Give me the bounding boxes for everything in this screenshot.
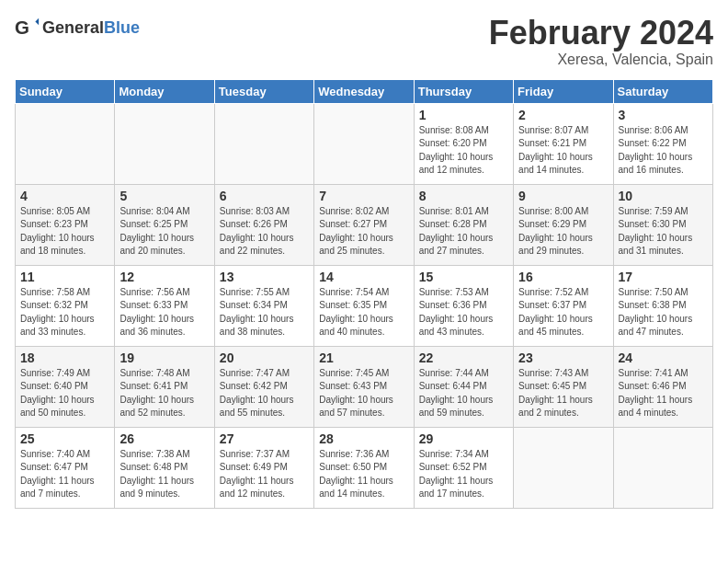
day-info: Sunrise: 7:36 AMSunset: 6:50 PMDaylight:… <box>319 448 408 501</box>
day-number: 5 <box>119 189 209 203</box>
day-info: Sunrise: 7:43 AMSunset: 6:45 PMDaylight:… <box>518 367 608 420</box>
day-info: Sunrise: 8:07 AMSunset: 6:21 PMDaylight:… <box>518 124 608 178</box>
calendar-cell-w2-d1: 4Sunrise: 8:05 AMSunset: 6:23 PMDaylight… <box>16 184 115 265</box>
day-number: 26 <box>119 431 209 446</box>
day-number: 14 <box>319 270 408 284</box>
calendar-cell-w4-d6: 23Sunrise: 7:43 AMSunset: 6:45 PMDayligh… <box>514 346 613 427</box>
day-info: Sunrise: 8:08 AMSunset: 6:20 PMDaylight:… <box>419 124 508 178</box>
day-info: Sunrise: 8:06 AMSunset: 6:22 PMDaylight:… <box>619 124 708 178</box>
day-number: 1 <box>419 108 508 122</box>
calendar-cell-w3-d5: 15Sunrise: 7:53 AMSunset: 6:36 PMDayligh… <box>414 265 513 346</box>
calendar-week-4: 18Sunrise: 7:49 AMSunset: 6:40 PMDayligh… <box>16 346 713 427</box>
day-info: Sunrise: 7:47 AMSunset: 6:42 PMDaylight:… <box>220 367 309 420</box>
day-number: 16 <box>518 270 608 284</box>
header-saturday: Saturday <box>613 79 712 103</box>
day-number: 2 <box>518 108 608 122</box>
calendar-cell-w2-d4: 7Sunrise: 8:02 AMSunset: 6:27 PMDaylight… <box>314 184 414 265</box>
day-number: 3 <box>619 108 708 122</box>
header: G GeneralBlue February 2024 Xeresa, Vale… <box>15 15 713 68</box>
day-info: Sunrise: 7:49 AMSunset: 6:40 PMDaylight:… <box>20 367 109 420</box>
day-number: 22 <box>419 350 508 365</box>
calendar-cell-w2-d2: 5Sunrise: 8:04 AMSunset: 6:25 PMDaylight… <box>115 184 214 265</box>
header-wednesday: Wednesday <box>314 79 414 103</box>
day-number: 21 <box>319 350 408 365</box>
calendar-cell-w2-d6: 9Sunrise: 8:00 AMSunset: 6:29 PMDaylight… <box>514 184 613 265</box>
calendar-week-3: 11Sunrise: 7:58 AMSunset: 6:32 PMDayligh… <box>16 265 713 346</box>
calendar-cell-w1-d1 <box>16 103 115 184</box>
calendar-cell-w3-d1: 11Sunrise: 7:58 AMSunset: 6:32 PMDayligh… <box>16 265 115 346</box>
calendar-cell-w1-d4 <box>314 103 414 184</box>
header-monday: Monday <box>115 79 214 103</box>
calendar-subtitle: Xeresa, Valencia, Spain <box>489 52 713 68</box>
calendar-cell-w3-d2: 12Sunrise: 7:56 AMSunset: 6:33 PMDayligh… <box>115 265 214 346</box>
calendar-cell-w5-d5: 29Sunrise: 7:34 AMSunset: 6:52 PMDayligh… <box>414 427 513 508</box>
calendar-cell-w1-d7: 3Sunrise: 8:06 AMSunset: 6:22 PMDaylight… <box>613 103 712 184</box>
calendar-cell-w4-d7: 24Sunrise: 7:41 AMSunset: 6:46 PMDayligh… <box>613 346 712 427</box>
calendar-cell-w1-d5: 1Sunrise: 8:08 AMSunset: 6:20 PMDaylight… <box>414 103 513 184</box>
calendar-cell-w1-d6: 2Sunrise: 8:07 AMSunset: 6:21 PMDaylight… <box>514 103 613 184</box>
calendar-cell-w1-d3 <box>214 103 313 184</box>
day-info: Sunrise: 7:56 AMSunset: 6:33 PMDaylight:… <box>119 286 209 339</box>
day-info: Sunrise: 7:44 AMSunset: 6:44 PMDaylight:… <box>419 367 508 420</box>
day-info: Sunrise: 7:55 AMSunset: 6:34 PMDaylight:… <box>220 286 309 339</box>
day-info: Sunrise: 7:50 AMSunset: 6:38 PMDaylight:… <box>619 286 708 339</box>
day-number: 29 <box>419 431 508 446</box>
calendar-cell-w1-d2 <box>115 103 214 184</box>
calendar-cell-w5-d2: 26Sunrise: 7:38 AMSunset: 6:48 PMDayligh… <box>115 427 214 508</box>
day-number: 13 <box>220 270 309 284</box>
logo-blue: Blue <box>104 18 140 37</box>
calendar-table: Sunday Monday Tuesday Wednesday Thursday… <box>15 79 713 509</box>
day-info: Sunrise: 8:00 AMSunset: 6:29 PMDaylight:… <box>518 205 608 259</box>
day-info: Sunrise: 7:53 AMSunset: 6:36 PMDaylight:… <box>419 286 508 339</box>
day-info: Sunrise: 7:41 AMSunset: 6:46 PMDaylight:… <box>619 367 708 420</box>
calendar-week-5: 25Sunrise: 7:40 AMSunset: 6:47 PMDayligh… <box>16 427 713 508</box>
day-number: 9 <box>518 189 608 203</box>
day-info: Sunrise: 7:37 AMSunset: 6:49 PMDaylight:… <box>220 448 309 501</box>
day-number: 25 <box>20 431 109 446</box>
day-info: Sunrise: 8:01 AMSunset: 6:28 PMDaylight:… <box>419 205 508 259</box>
calendar-cell-w5-d4: 28Sunrise: 7:36 AMSunset: 6:50 PMDayligh… <box>314 427 414 508</box>
day-number: 12 <box>119 270 209 284</box>
day-info: Sunrise: 7:48 AMSunset: 6:41 PMDaylight:… <box>119 367 209 420</box>
day-number: 20 <box>220 350 309 365</box>
day-info: Sunrise: 7:54 AMSunset: 6:35 PMDaylight:… <box>319 286 408 339</box>
calendar-cell-w4-d2: 19Sunrise: 7:48 AMSunset: 6:41 PMDayligh… <box>115 346 214 427</box>
calendar-cell-w3-d3: 13Sunrise: 7:55 AMSunset: 6:34 PMDayligh… <box>214 265 313 346</box>
day-info: Sunrise: 7:59 AMSunset: 6:30 PMDaylight:… <box>619 205 708 259</box>
day-number: 17 <box>619 270 708 284</box>
logo: G GeneralBlue <box>15 15 140 40</box>
day-info: Sunrise: 8:02 AMSunset: 6:27 PMDaylight:… <box>319 205 408 259</box>
day-number: 15 <box>419 270 508 284</box>
header-thursday: Thursday <box>414 79 513 103</box>
calendar-cell-w5-d1: 25Sunrise: 7:40 AMSunset: 6:47 PMDayligh… <box>16 427 115 508</box>
day-number: 19 <box>119 350 209 365</box>
weekday-header-row: Sunday Monday Tuesday Wednesday Thursday… <box>16 79 713 103</box>
day-info: Sunrise: 8:03 AMSunset: 6:26 PMDaylight:… <box>220 205 309 259</box>
day-number: 27 <box>220 431 309 446</box>
day-info: Sunrise: 7:45 AMSunset: 6:43 PMDaylight:… <box>319 367 408 420</box>
calendar-cell-w5-d3: 27Sunrise: 7:37 AMSunset: 6:49 PMDayligh… <box>214 427 313 508</box>
header-tuesday: Tuesday <box>214 79 313 103</box>
day-number: 8 <box>419 189 508 203</box>
day-info: Sunrise: 7:58 AMSunset: 6:32 PMDaylight:… <box>20 286 109 339</box>
day-info: Sunrise: 8:05 AMSunset: 6:23 PMDaylight:… <box>20 205 109 259</box>
logo-general: General <box>42 18 104 37</box>
calendar-week-1: 1Sunrise: 8:08 AMSunset: 6:20 PMDaylight… <box>16 103 713 184</box>
day-number: 24 <box>619 350 708 365</box>
day-number: 11 <box>20 270 109 284</box>
logo-icon: G <box>15 15 40 40</box>
day-number: 7 <box>319 189 408 203</box>
calendar-cell-w5-d7 <box>613 427 712 508</box>
calendar-cell-w2-d5: 8Sunrise: 8:01 AMSunset: 6:28 PMDaylight… <box>414 184 513 265</box>
day-info: Sunrise: 7:34 AMSunset: 6:52 PMDaylight:… <box>419 448 508 501</box>
calendar-cell-w4-d3: 20Sunrise: 7:47 AMSunset: 6:42 PMDayligh… <box>214 346 313 427</box>
calendar-cell-w5-d6 <box>514 427 613 508</box>
title-block: February 2024 Xeresa, Valencia, Spain <box>489 15 713 68</box>
day-info: Sunrise: 7:38 AMSunset: 6:48 PMDaylight:… <box>119 448 209 501</box>
calendar-cell-w4-d1: 18Sunrise: 7:49 AMSunset: 6:40 PMDayligh… <box>16 346 115 427</box>
calendar-week-2: 4Sunrise: 8:05 AMSunset: 6:23 PMDaylight… <box>16 184 713 265</box>
calendar-title: February 2024 <box>489 15 713 52</box>
calendar-cell-w3-d6: 16Sunrise: 7:52 AMSunset: 6:37 PMDayligh… <box>514 265 613 346</box>
header-sunday: Sunday <box>16 79 115 103</box>
calendar-cell-w4-d5: 22Sunrise: 7:44 AMSunset: 6:44 PMDayligh… <box>414 346 513 427</box>
